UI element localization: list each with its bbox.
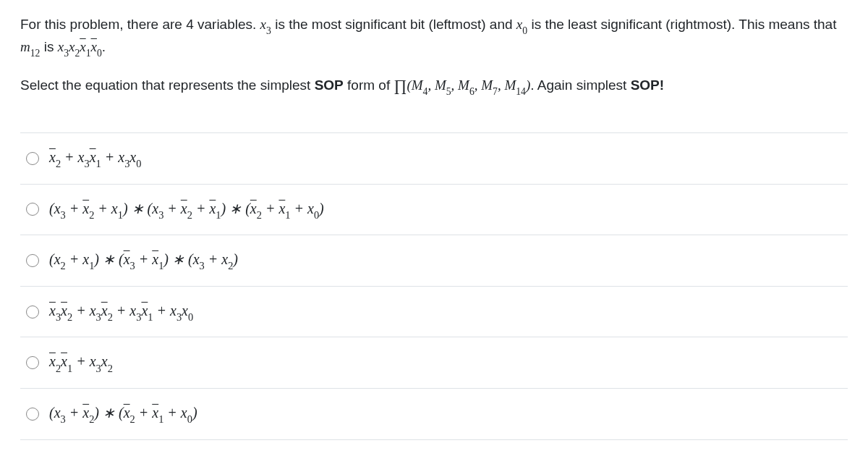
- question-paragraph-2: Select the equation that represents the …: [20, 73, 848, 98]
- radio-icon[interactable]: [26, 356, 39, 369]
- option-label: x3x2 + x3x2 + x3x1 + x3x0: [49, 300, 193, 324]
- option-3[interactable]: (x2 + x1) ∗ (x3 + x1) ∗ (x3 + x2): [20, 235, 848, 287]
- option-label: x2x1 + x3x2: [49, 350, 113, 375]
- radio-icon[interactable]: [26, 408, 39, 421]
- option-5[interactable]: x2x1 + x3x2: [20, 337, 848, 389]
- option-label: (x2 + x1) ∗ (x3 + x1) ∗ (x3 + x2): [49, 248, 238, 273]
- option-1[interactable]: x2 + x3x1 + x3x0: [20, 133, 848, 185]
- option-label: (x3 + x2 + x1) ∗ (x3 + x2 + x1) ∗ (x2 + …: [49, 198, 324, 222]
- radio-icon[interactable]: [26, 305, 39, 319]
- option-label: x2 + x3x1 + x3x0: [49, 146, 141, 171]
- question-text: For this problem, there are 4 variables.…: [20, 14, 848, 98]
- radio-icon[interactable]: [26, 203, 39, 216]
- question-paragraph-1: For this problem, there are 4 variables.…: [20, 14, 848, 60]
- option-6[interactable]: (x3 + x2) ∗ (x2 + x1 + x0): [20, 389, 848, 440]
- radio-icon[interactable]: [26, 152, 39, 165]
- option-4[interactable]: x3x2 + x3x2 + x3x1 + x3x0: [20, 287, 848, 338]
- option-label: (x3 + x2) ∗ (x2 + x1 + x0): [49, 402, 197, 426]
- options-list: x2 + x3x1 + x3x0 (x3 + x2 + x1) ∗ (x3 + …: [20, 132, 848, 440]
- radio-icon[interactable]: [26, 254, 39, 267]
- option-2[interactable]: (x3 + x2 + x1) ∗ (x3 + x2 + x1) ∗ (x2 + …: [20, 185, 848, 236]
